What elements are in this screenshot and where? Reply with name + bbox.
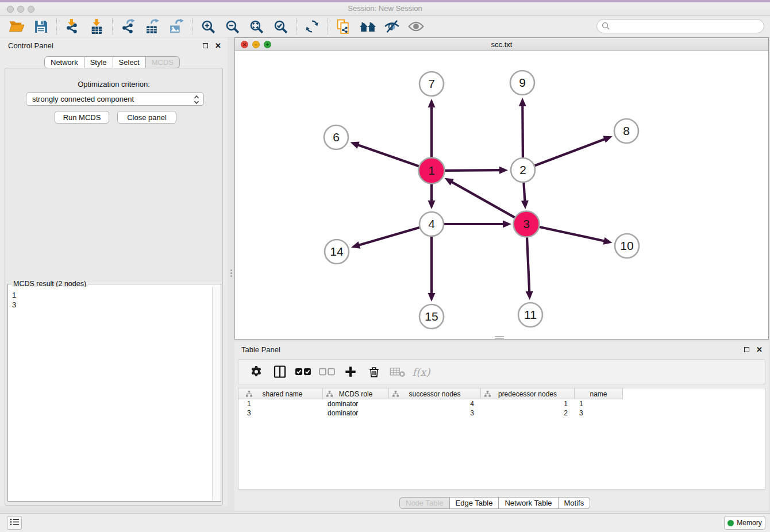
- column-header-name[interactable]: name: [575, 388, 623, 399]
- edge-3-1[interactable]: [445, 178, 515, 218]
- new-network-from-selection-button[interactable]: [332, 17, 356, 36]
- edge-4-14[interactable]: [351, 228, 419, 249]
- select-all-columns-button[interactable]: [294, 363, 313, 381]
- export-image-button[interactable]: [164, 17, 188, 36]
- zoom-out-button[interactable]: [220, 17, 244, 36]
- edge-3-10[interactable]: [539, 227, 613, 245]
- search-input[interactable]: [596, 19, 764, 33]
- edge-1-4[interactable]: [428, 183, 436, 209]
- import-network-icon: [65, 19, 80, 34]
- mcds-result-list[interactable]: 13: [9, 287, 211, 500]
- split-panel-button[interactable]: [270, 363, 290, 381]
- tab-network-table[interactable]: Network Table: [499, 497, 558, 509]
- node-3[interactable]: 3: [514, 211, 540, 237]
- node-15[interactable]: 15: [419, 304, 444, 329]
- column-header-MCDS-role[interactable]: MCDS role: [323, 388, 389, 399]
- open-file-icon: [9, 19, 25, 34]
- tab-motifs[interactable]: Motifs: [559, 497, 591, 509]
- view-splitter-handle[interactable]: [495, 336, 504, 339]
- status-bar: Memory: [0, 513, 770, 532]
- memory-button[interactable]: Memory: [724, 516, 765, 530]
- node-10[interactable]: 10: [615, 234, 639, 258]
- tab-network[interactable]: Network: [44, 56, 84, 68]
- cell-MCDS-role[interactable]: dominator: [323, 399, 389, 408]
- node-6[interactable]: 6: [324, 125, 348, 149]
- tab-select[interactable]: Select: [113, 56, 146, 68]
- column-header-shared-name[interactable]: shared name: [242, 388, 323, 399]
- tab-mcds[interactable]: MCDS: [146, 56, 180, 68]
- table-panel-close-button[interactable]: ✕: [754, 345, 764, 354]
- table-settings-button[interactable]: [247, 363, 266, 381]
- edge-1-2[interactable]: [444, 167, 508, 174]
- cell-shared-name[interactable]: 1: [242, 399, 323, 408]
- cell-successor-nodes[interactable]: 4: [389, 399, 481, 408]
- node-2[interactable]: 2: [511, 158, 535, 182]
- show-all-button[interactable]: [404, 17, 428, 36]
- deselect-all-columns-button[interactable]: [317, 363, 337, 381]
- result-scrollbar[interactable]: [212, 287, 220, 500]
- open-file-button[interactable]: [5, 17, 29, 36]
- control-panel-float-button[interactable]: [201, 41, 210, 50]
- node-9[interactable]: 9: [510, 71, 534, 95]
- control-panel-close-button[interactable]: ✕: [213, 41, 223, 50]
- cell-shared-name[interactable]: 3: [242, 408, 323, 418]
- show-all-icon: [408, 20, 424, 33]
- zoom-in-button[interactable]: [196, 17, 220, 36]
- hide-selected-button[interactable]: [380, 17, 404, 36]
- table-settings-icon: [249, 365, 263, 379]
- node-4[interactable]: 4: [419, 212, 444, 236]
- table-row[interactable]: 1dominator411: [238, 399, 765, 408]
- save-session-button[interactable]: [29, 17, 53, 36]
- import-network-button[interactable]: [60, 17, 84, 36]
- apply-layout-button[interactable]: [300, 17, 324, 36]
- delete-column-button[interactable]: [364, 363, 384, 381]
- criterion-select[interactable]: strongly connected component: [26, 92, 204, 106]
- node-1[interactable]: 1: [419, 158, 445, 184]
- cell-MCDS-role[interactable]: dominator: [323, 408, 389, 418]
- first-neighbors-button[interactable]: [356, 17, 380, 36]
- close-panel-button[interactable]: Close panel: [117, 111, 176, 124]
- edge-2-9[interactable]: [519, 98, 526, 157]
- toolbar-separator: [192, 18, 192, 34]
- table-row[interactable]: 3dominator323: [238, 408, 765, 418]
- svg-text:1: 1: [428, 164, 435, 177]
- mcds-result-line: 1: [12, 290, 211, 300]
- add-column-button[interactable]: [341, 363, 360, 381]
- network-canvas[interactable]: 7968124314101511: [235, 51, 768, 339]
- column-header-predecessor-nodes[interactable]: predecessor nodes: [481, 388, 575, 399]
- memory-label: Memory: [737, 519, 761, 527]
- run-mcds-button[interactable]: Run MCDS: [55, 111, 109, 124]
- edge-1-6[interactable]: [351, 141, 420, 166]
- search-field: [596, 19, 764, 33]
- edge-4-3[interactable]: [444, 221, 511, 228]
- node-8[interactable]: 8: [614, 119, 638, 143]
- cell-predecessor-nodes[interactable]: 1: [481, 399, 575, 408]
- zoom-fit-button[interactable]: [244, 17, 268, 36]
- zoom-selected-button[interactable]: [268, 17, 292, 36]
- column-header-successor-nodes[interactable]: successor nodes: [389, 388, 481, 399]
- node-11[interactable]: 11: [518, 303, 542, 327]
- cell-name[interactable]: 3: [575, 408, 623, 418]
- edge-2-3[interactable]: [521, 183, 529, 209]
- edge-4-15[interactable]: [428, 237, 436, 302]
- panel-list-button[interactable]: [7, 516, 22, 530]
- edge-2-8[interactable]: [535, 136, 613, 165]
- export-network-button[interactable]: [116, 17, 140, 36]
- tab-edge-table[interactable]: Edge Table: [450, 497, 499, 509]
- cell-predecessor-nodes[interactable]: 2: [481, 408, 575, 418]
- toolbar-separator: [56, 18, 57, 34]
- cell-name[interactable]: 1: [575, 399, 623, 408]
- tab-style[interactable]: Style: [84, 56, 113, 68]
- tab-node-table[interactable]: Node Table: [399, 497, 450, 509]
- table-panel-float-button[interactable]: [742, 345, 751, 354]
- node-7[interactable]: 7: [419, 72, 444, 96]
- edge-1-7[interactable]: [428, 99, 436, 158]
- column-label: predecessor nodes: [498, 390, 557, 398]
- table-toolbar: f(x): [238, 359, 765, 384]
- edge-3-11[interactable]: [526, 237, 533, 300]
- panel-splitter-handle[interactable]: [229, 268, 233, 278]
- export-table-button[interactable]: [140, 17, 164, 36]
- node-14[interactable]: 14: [325, 240, 349, 264]
- cell-successor-nodes[interactable]: 3: [389, 408, 481, 418]
- import-table-button[interactable]: [84, 17, 109, 36]
